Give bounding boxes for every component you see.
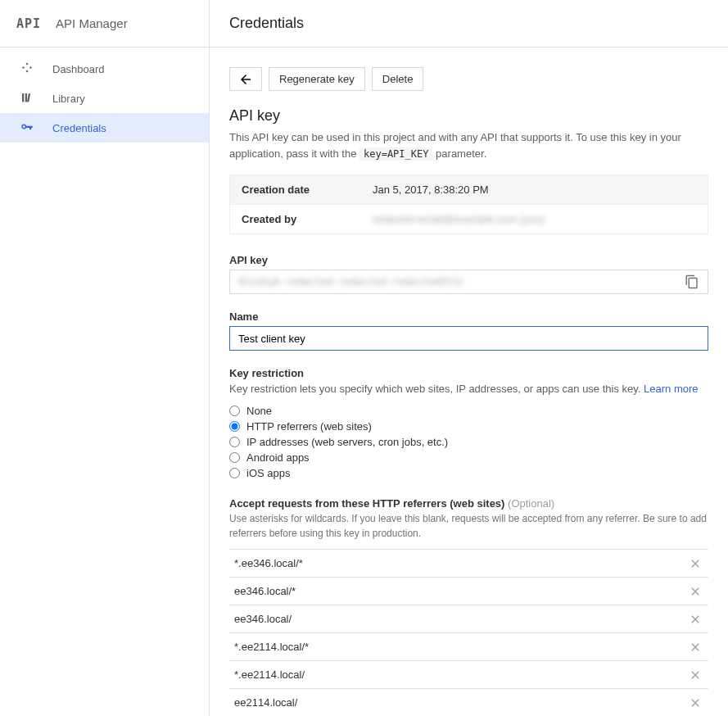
learn-more-link[interactable]: Learn more: [644, 383, 698, 395]
creation-date-value: Jan 5, 2017, 8:38:20 PM: [373, 184, 489, 196]
page-title: Credentials: [229, 15, 304, 32]
dashboard-icon: [20, 61, 36, 76]
creation-date-label: Creation date: [242, 184, 373, 196]
referrer-text: *.ee2114.local/: [234, 668, 689, 681]
created-by-value: redacted-email@example.com (you): [373, 213, 545, 225]
main-header: Credentials: [210, 0, 728, 48]
radio-none-label: None: [246, 405, 272, 417]
regenerate-button[interactable]: Regenerate key: [269, 67, 365, 91]
restriction-desc-text: Key restriction lets you specify which w…: [229, 383, 644, 395]
referrer-text: *.ee2114.local/*: [234, 641, 689, 653]
referrer-row: *.ee2114.local/: [229, 661, 708, 689]
radio-ios-input[interactable]: [229, 468, 240, 478]
radio-ios[interactable]: iOS apps: [229, 465, 708, 481]
info-row-createdby: Created by redacted-email@example.com (y…: [230, 204, 708, 233]
radio-ios-label: iOS apps: [246, 467, 290, 479]
restriction-section: Key restriction Key restriction lets you…: [229, 367, 708, 716]
name-input[interactable]: [229, 326, 708, 351]
sidebar-title: API Manager: [56, 16, 128, 30]
main: Credentials Regenerate key Delete API ke…: [210, 0, 728, 716]
apikey-value: AIzaSyA-redacted-redacted-redactedXY12: [238, 276, 685, 288]
remove-icon[interactable]: [689, 696, 702, 709]
radio-none[interactable]: None: [229, 403, 708, 419]
apikey-desc: This API key can be used in this project…: [229, 129, 708, 161]
created-by-label: Created by: [242, 213, 373, 225]
apikey-box: AIzaSyA-redacted-redacted-redactedXY12: [229, 270, 708, 294]
key-icon: [20, 120, 36, 135]
sidebar-item-label: Credentials: [52, 122, 106, 134]
apikey-field-label: API key: [229, 254, 708, 266]
sidebar-header: API API Manager: [0, 0, 209, 48]
referrer-row: *.ee346.local/*: [229, 550, 708, 578]
restriction-title: Key restriction: [229, 367, 708, 379]
referrers-list: *.ee346.local/*ee346.local/*ee346.local/…: [229, 549, 708, 716]
radio-android[interactable]: Android apps: [229, 450, 708, 465]
remove-icon[interactable]: [689, 641, 702, 654]
apikey-desc-code: key=API_KEY: [359, 147, 432, 161]
delete-button[interactable]: Delete: [372, 67, 424, 91]
radio-http-input[interactable]: [229, 421, 240, 432]
referrers-optional: (Optional): [508, 497, 554, 510]
remove-icon[interactable]: [689, 613, 702, 626]
apikey-desc-suffix: parameter.: [436, 147, 486, 160]
radio-ip-label: IP addresses (web servers, cron jobs, et…: [246, 436, 448, 448]
api-logo: API: [16, 16, 41, 31]
radio-http-label: HTTP referrers (web sites): [246, 420, 372, 433]
library-icon: [20, 91, 36, 106]
remove-icon[interactable]: [689, 557, 702, 570]
referrers-help: Use asterisks for wildcards. If you leav…: [229, 511, 708, 541]
apikey-section-title: API key: [229, 107, 708, 125]
radio-none-input[interactable]: [229, 406, 240, 416]
remove-icon[interactable]: [689, 668, 702, 682]
copy-icon[interactable]: [685, 274, 699, 289]
referrer-text: ee346.local/*: [234, 585, 689, 597]
referrers-title-text: Accept requests from these HTTP referrer…: [229, 497, 504, 510]
referrer-row: ee346.local/: [229, 605, 708, 633]
radio-android-input[interactable]: [229, 452, 240, 463]
radio-android-label: Android apps: [246, 451, 310, 464]
sidebar-item-dashboard[interactable]: Dashboard: [0, 54, 209, 84]
apikey-field: API key AIzaSyA-redacted-redacted-redact…: [229, 254, 708, 294]
sidebar-item-library[interactable]: Library: [0, 84, 209, 113]
referrer-text: ee346.local/: [234, 613, 689, 625]
back-arrow-icon: [238, 72, 253, 87]
referrers-title: Accept requests from these HTTP referrer…: [229, 497, 708, 510]
name-label: Name: [229, 310, 708, 323]
restriction-radio-group: None HTTP referrers (web sites) IP addre…: [229, 403, 708, 481]
main-body: Regenerate key Delete API key This API k…: [210, 48, 728, 716]
back-button[interactable]: [229, 67, 262, 91]
referrer-row: ee2114.local/: [229, 689, 708, 716]
radio-http[interactable]: HTTP referrers (web sites): [229, 419, 708, 434]
radio-ip[interactable]: IP addresses (web servers, cron jobs, et…: [229, 434, 708, 450]
sidebar-nav: Dashboard Library Credentials: [0, 48, 209, 143]
info-table: Creation date Jan 5, 2017, 8:38:20 PM Cr…: [229, 174, 708, 234]
toolbar: Regenerate key Delete: [229, 67, 708, 91]
remove-icon[interactable]: [689, 585, 702, 598]
info-row-creation: Creation date Jan 5, 2017, 8:38:20 PM: [230, 175, 708, 204]
name-field: Name: [229, 310, 708, 351]
sidebar: API API Manager Dashboard Library Cred: [0, 0, 210, 716]
sidebar-item-label: Library: [52, 93, 85, 105]
sidebar-item-label: Dashboard: [52, 63, 105, 75]
referrer-row: *.ee2114.local/*: [229, 633, 708, 661]
restriction-desc: Key restriction lets you specify which w…: [229, 383, 708, 395]
referrer-text: *.ee346.local/*: [234, 557, 689, 569]
sidebar-item-credentials[interactable]: Credentials: [0, 113, 209, 143]
referrer-text: ee2114.local/: [234, 696, 689, 709]
radio-ip-input[interactable]: [229, 437, 240, 447]
referrer-row: ee346.local/*: [229, 578, 708, 605]
